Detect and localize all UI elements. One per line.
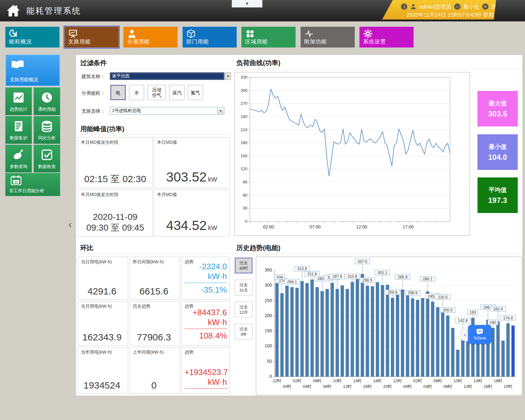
svg-text:08时: 08时 [323, 384, 331, 389]
cube-icon [186, 29, 196, 38]
svg-text:287.6: 287.6 [332, 274, 342, 279]
user-icon [410, 3, 416, 10]
energy-button-水[interactable]: 水 [129, 85, 144, 100]
radar-icon [12, 148, 25, 161]
nav-tab-分项用能[interactable]: 分项用能 [123, 27, 178, 48]
svg-text:60: 60 [243, 193, 247, 198]
svg-text:10时: 10时 [333, 378, 342, 383]
load-curve-title: 负荷曲线(功率) [236, 59, 280, 67]
sidebar-item-label: 同比分析 [34, 135, 60, 141]
exit-icon[interactable]: ✕ [482, 3, 488, 10]
branch-select[interactable]: 1号进线柜总电 ▼ [110, 107, 224, 115]
energy-button-蒸汽[interactable]: 蒸汽 [169, 85, 184, 100]
peak-card-label: 本日MD值发生时段 [81, 140, 119, 145]
history-tab-过去3年[interactable]: 过去3年 [235, 324, 252, 339]
history-tab-过去48时[interactable]: 过去48时 [235, 258, 252, 273]
presentation-chart-icon [68, 29, 78, 38]
sidebar-item-参数查询[interactable]: 参数查询 [5, 145, 32, 172]
user-name: admin|管理员 [419, 3, 451, 10]
sidebar-item-数据检查[interactable]: 数据检查 [34, 145, 60, 172]
stat-box-平均值: 平均值197.3 [477, 177, 518, 213]
sidebar-item-逐时用能[interactable]: 逐时用能 [34, 87, 60, 115]
svg-text:07:00: 07:00 [310, 224, 321, 229]
svg-text:210: 210 [240, 127, 247, 132]
svg-text:180: 180 [240, 140, 247, 145]
ring-cell-label: 当年用电(kW·h) [81, 350, 112, 355]
sidebar-item-label: 支路用能概况 [10, 77, 38, 83]
ring-title: 环比 [80, 244, 93, 252]
pulse-icon [304, 29, 314, 38]
ring-cell-趋势: 趋势+1934523.7 kW·h [182, 347, 230, 394]
ring-cell-label: 上年同期(kW·h) [133, 350, 164, 355]
svg-text:250: 250 [265, 298, 272, 303]
database-icon [41, 120, 53, 132]
history-tab-label: 过去31天 [239, 282, 248, 293]
svg-text:20时: 20时 [504, 384, 512, 389]
svg-text:258.8: 258.8 [387, 290, 397, 294]
sidebar-item-非工作日用能分析[interactable]: 12非工作日用能分析 [5, 173, 60, 196]
building-select[interactable]: 遂平挂面 [110, 72, 224, 80]
svg-text:12:00: 12:00 [356, 224, 367, 229]
trend-percent: 108.4% [184, 331, 227, 341]
peak-card-本月MD值发生时段: 本月MD值发生时段2020-11-0909:30 至 09:45 [78, 189, 153, 237]
svg-text:294.1: 294.1 [287, 280, 297, 284]
minimize-icon[interactable]: ─ [454, 3, 460, 10]
ring-cell-value: 77906.3 [130, 332, 178, 343]
stat-box-最大值: 最大值303.5 [477, 91, 518, 126]
ring-cell-trend: -2324.0 kW·h-35.1% [184, 262, 227, 295]
nav-tab-label: 支路用能 [68, 38, 91, 45]
sidebar-item-支路用能概况[interactable]: 支路用能概况 [5, 54, 60, 86]
nav-tab-支路用能[interactable]: 支路用能 [65, 27, 119, 48]
building-label: 建筑名称： [82, 74, 105, 80]
stat-value: 197.3 [477, 196, 518, 205]
history-tab-过去12月[interactable]: 过去12月 [235, 302, 252, 317]
svg-text:02:00: 02:00 [263, 224, 274, 229]
svg-text:14时: 14时 [353, 378, 362, 383]
energy-button-label: 水 [134, 90, 139, 95]
energy-button-氮气[interactable]: 氮气 [188, 85, 203, 100]
nav-tab-能耗概况[interactable]: 能耗概况 [5, 27, 59, 48]
history-tab-过去31天[interactable]: 过去31天 [235, 280, 252, 295]
sidebar-item-趋势统计[interactable]: 趋势统计 [5, 87, 32, 115]
home-icon[interactable] [6, 4, 20, 18]
building-dropdown-button[interactable]: ▼ [225, 72, 231, 80]
nav-tab-部门用能[interactable]: 部门用能 [183, 27, 237, 48]
sidebar-item-数据集抄[interactable]: 数据集抄 [5, 116, 32, 144]
svg-text:18时: 18时 [494, 378, 502, 383]
sidebar-item-同比分析[interactable]: 同比分析 [34, 116, 60, 144]
svg-text:12时: 12时 [343, 384, 352, 389]
svg-text:274: 274 [279, 279, 285, 283]
svg-text:0: 0 [269, 374, 272, 379]
minimize-button[interactable]: 最小化 [463, 3, 479, 10]
todesk-widget[interactable]: ToDesk [468, 325, 491, 344]
svg-text:100: 100 [265, 343, 272, 348]
ring-cell-value: 6615.6 [130, 286, 178, 297]
peak-card-value: 303.52 kW [154, 170, 229, 185]
energy-button-电[interactable]: 电 [110, 85, 126, 100]
svg-text:00时: 00时 [283, 384, 291, 389]
svg-text:120: 120 [240, 166, 247, 171]
grid-icon [245, 29, 255, 38]
branch-label: 支路选择： [82, 108, 105, 114]
svg-text:12时: 12时 [464, 384, 472, 389]
ring-cell-value: 162343.9 [78, 332, 126, 343]
svg-text:240: 240 [240, 114, 247, 119]
nav-tab-系统设置[interactable]: 系统设置 [359, 27, 414, 48]
chevron-down-icon: ▼ [245, 1, 249, 6]
info-icon[interactable]: i [401, 3, 407, 10]
ring-cell-label: 趋势 [185, 350, 194, 355]
nav-tab-区域用能[interactable]: 区域用能 [241, 27, 296, 48]
history-title: 历史趋势(电能) [236, 244, 280, 252]
collapse-sidebar-button[interactable]: ‹ [66, 217, 74, 231]
svg-text:300: 300 [265, 283, 272, 288]
svg-text:200.5: 200.5 [443, 308, 453, 312]
load-curve-chart: 030609012015018021024027030033002:0007:0… [234, 72, 470, 236]
branch-dropdown-button[interactable]: ▼ [217, 108, 224, 114]
nav-tab-label: 能耗概况 [9, 38, 32, 45]
header-collapse-button[interactable]: ▼ [232, 0, 262, 8]
energy-button-压缩空气[interactable]: 压缩空气 [148, 85, 166, 100]
nav-tab-label: 分项用能 [127, 38, 150, 45]
svg-text:06时: 06时 [313, 378, 321, 383]
nav-tab-附加功能[interactable]: 附加功能 [301, 27, 355, 48]
svg-text:350: 350 [265, 267, 272, 272]
